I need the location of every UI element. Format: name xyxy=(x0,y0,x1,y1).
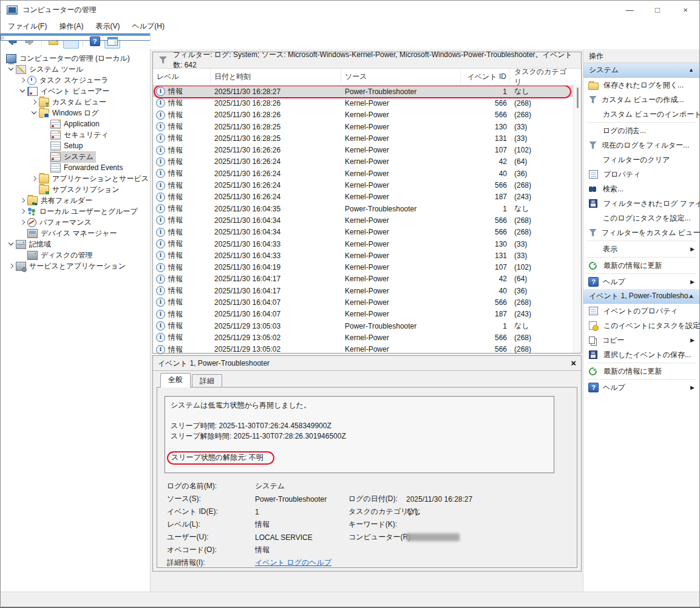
tree-item-log-security[interactable]: セキュリティ xyxy=(1,129,111,140)
action-create-custom-view[interactable]: カスタム ビューの作成... xyxy=(583,92,699,107)
action-filter-current-log[interactable]: 現在のログをフィルター... xyxy=(583,138,699,152)
tree-item-log-forwarded-events[interactable]: Forwarded Events xyxy=(1,162,125,173)
chevron-collapsed-icon[interactable] xyxy=(19,217,27,228)
action-properties[interactable]: プロパティ xyxy=(583,167,699,182)
chevron-collapsed-icon[interactable] xyxy=(7,261,15,272)
action-help[interactable]: ?ヘルプ▶ xyxy=(583,275,699,289)
tree-item-windows-logs[interactable]: Windows ログ xyxy=(1,108,101,118)
tree-item-device-manager[interactable]: デバイス マネージャー xyxy=(1,228,120,239)
menu-help[interactable]: ヘルプ(H) xyxy=(126,19,171,33)
tree-item-system-tools[interactable]: システム ツール xyxy=(1,64,86,75)
action-save-filtered-log[interactable]: フィルターされたログ ファイ... xyxy=(583,196,699,211)
action-help-event[interactable]: ?ヘルプ▶ xyxy=(583,380,699,395)
tab-全般[interactable]: 全般 xyxy=(160,373,191,388)
details-close-icon[interactable]: × xyxy=(571,357,576,369)
action-import-custom-view[interactable]: カスタム ビューのインポート... xyxy=(583,107,699,121)
event-row[interactable]: i情報2025/11/30 16:26:24Kernel-Power40(36) xyxy=(153,168,581,179)
action-filter-to-custom-view[interactable]: フィルターをカスタム ビューに... xyxy=(583,225,699,240)
chevron-collapsed-icon[interactable] xyxy=(30,173,38,184)
chevron-expanded-icon[interactable] xyxy=(7,239,15,250)
collapse-caret-icon[interactable]: ▲ xyxy=(688,63,694,77)
event-row[interactable]: i情報2025/11/29 13:05:02Kernel-Power566(26… xyxy=(153,344,581,355)
event-row[interactable]: i情報2025/11/30 16:28:25Kernel-Power131(33… xyxy=(153,132,581,144)
vertical-scrollbar[interactable] xyxy=(573,84,581,353)
event-row[interactable]: i情報2025/11/30 16:28:26Kernel-Power566(26… xyxy=(153,97,581,109)
chevron-collapsed-icon[interactable] xyxy=(19,75,27,86)
action-save-selected-events[interactable]: 選択したイベントの保存... xyxy=(583,347,699,362)
action-attach-task-to-log[interactable]: このログにタスクを設定... xyxy=(583,211,699,225)
event-row[interactable]: i情報2025/11/30 16:04:17Kernel-Power40(36) xyxy=(153,285,581,296)
event-row[interactable]: i情報2025/11/30 16:04:34Kernel-Power566(26… xyxy=(153,227,581,238)
action-view[interactable]: 表示▶ xyxy=(583,242,699,256)
tree-item-subscriptions[interactable]: サブスクリプション xyxy=(1,184,122,195)
tree-item-disk-management[interactable]: ディスクの管理 xyxy=(1,250,95,261)
event-id-cell: 131 xyxy=(461,134,509,143)
show-console-tree-icon[interactable] xyxy=(63,34,79,49)
tree-item-log-application[interactable]: Application xyxy=(1,118,102,129)
action-refresh[interactable]: 最新の情報に更新 xyxy=(583,258,699,273)
event-row[interactable]: i情報2025/11/30 16:04:34Kernel-Power566(26… xyxy=(153,214,581,226)
minimize-button[interactable]: — xyxy=(616,1,644,19)
event-row[interactable]: i情報2025/11/30 16:04:07Kernel-Power566(26… xyxy=(153,296,581,308)
event-log-help-link[interactable]: イベント ログのヘルプ xyxy=(255,558,331,568)
scrollbar-thumb[interactable] xyxy=(577,87,579,108)
tree-item-log-system[interactable]: システム xyxy=(1,151,96,162)
menu-view[interactable]: 表示(V) xyxy=(89,19,126,33)
chevron-collapsed-icon[interactable] xyxy=(19,195,27,206)
save-icon xyxy=(589,199,597,208)
tree-item-event-viewer[interactable]: イベント ビューアー xyxy=(1,86,112,97)
event-row[interactable]: i情報2025/11/30 16:04:17Kernel-Power42(64) xyxy=(153,273,581,285)
action-clear-filter[interactable]: フィルターのクリア xyxy=(583,152,699,167)
action-copy[interactable]: コピー▶ xyxy=(583,333,699,347)
tree-item-computer-management-local[interactable]: コンピューターの管理 (ローカル) xyxy=(1,53,132,64)
tree-item-services-and-applications[interactable]: サービスとアプリケーション xyxy=(1,261,128,272)
event-row[interactable]: i情報2025/11/30 16:26:24Kernel-Power42(64) xyxy=(153,156,581,168)
maximize-button[interactable]: □ xyxy=(644,1,671,19)
chevron-collapsed-icon[interactable] xyxy=(30,97,38,108)
tree-item-applications-and-services-logs[interactable]: アプリケーションとサービス ログ xyxy=(1,173,151,184)
event-row[interactable]: i情報2025/11/30 16:04:19Kernel-Power107(10… xyxy=(153,261,581,273)
source-cell: Power-Troubleshooter xyxy=(341,87,461,96)
event-row[interactable]: i情報2025/11/30 16:04:33Kernel-Power130(33… xyxy=(153,238,581,250)
collapse-caret-icon[interactable]: ▲ xyxy=(688,289,694,303)
action-attach-task-to-event[interactable]: このイベントにタスクを設定... xyxy=(583,318,699,333)
column-header-5[interactable]: タスクのカテゴリ xyxy=(509,69,570,85)
action-clear-log[interactable]: ログの消去... xyxy=(583,123,699,138)
tree-item-local-users-and-groups[interactable]: ローカル ユーザーとグループ xyxy=(1,206,140,217)
event-row[interactable]: i情報2025/11/30 16:28:25Kernel-Power130(33… xyxy=(153,121,581,132)
chevron-expanded-icon[interactable] xyxy=(7,64,15,75)
chevron-expanded-icon[interactable] xyxy=(30,108,38,118)
event-row[interactable]: i情報2025/11/30 16:04:33Kernel-Power131(33… xyxy=(153,250,581,261)
event-row[interactable]: i情報2025/11/29 13:05:03Power-Troubleshoot… xyxy=(153,320,581,332)
action-open-saved-log[interactable]: 保存されたログを開く... xyxy=(583,78,699,92)
tree-item-log-setup[interactable]: Setup xyxy=(1,140,85,151)
tab-詳細[interactable]: 詳細 xyxy=(192,374,222,388)
menu-action[interactable]: 操作(A) xyxy=(53,19,89,33)
tree-item-shared-folders[interactable]: 共有フォルダー xyxy=(1,195,95,206)
event-row[interactable]: i情報2025/11/29 13:05:02Kernel-Power566(26… xyxy=(153,332,581,343)
column-header-1[interactable]: レベル xyxy=(153,69,211,85)
event-row[interactable]: i情報2025/11/30 16:26:24Kernel-Power187(24… xyxy=(153,191,581,203)
chevron-collapsed-icon[interactable] xyxy=(19,206,27,217)
column-header-4[interactable]: イベント ID xyxy=(461,69,509,85)
tree-item-storage[interactable]: 記憶域 xyxy=(1,239,53,250)
event-row[interactable]: i情報2025/11/30 16:04:35Power-Troubleshoot… xyxy=(153,203,581,214)
actions-section-event[interactable]: イベント 1, Power-Troublesho...▲ xyxy=(583,289,699,304)
event-row[interactable]: i情報2025/11/30 16:28:26Kernel-Power566(26… xyxy=(153,109,581,121)
tree-item-task-scheduler[interactable]: タスク スケジューラ xyxy=(1,75,111,86)
action-find[interactable]: 検索... xyxy=(583,182,699,196)
menu-file[interactable]: ファイル(F) xyxy=(2,19,53,33)
event-row[interactable]: i情報2025/11/30 16:26:26Kernel-Power107(10… xyxy=(153,144,581,155)
event-row[interactable]: i情報2025/11/30 16:26:24Kernel-Power566(26… xyxy=(153,179,581,191)
event-row[interactable]: i情報2025/11/30 16:28:27Power-Troubleshoot… xyxy=(153,86,581,97)
close-button[interactable]: × xyxy=(671,1,699,19)
column-header-3[interactable]: ソース xyxy=(341,69,461,85)
tree-item-custom-views[interactable]: カスタム ビュー xyxy=(1,97,109,108)
action-event-properties[interactable]: イベントのプロパティ xyxy=(583,304,699,318)
actions-section-system[interactable]: システム▲ xyxy=(583,63,699,78)
chevron-expanded-icon[interactable] xyxy=(19,86,27,97)
event-row[interactable]: i情報2025/11/30 16:04:07Kernel-Power187(24… xyxy=(153,309,581,320)
tree-item-performance[interactable]: パフォーマンス xyxy=(1,217,94,228)
action-refresh-event[interactable]: 最新の情報に更新 xyxy=(583,364,699,378)
column-header-2[interactable]: 日付と時刻 xyxy=(211,69,341,85)
